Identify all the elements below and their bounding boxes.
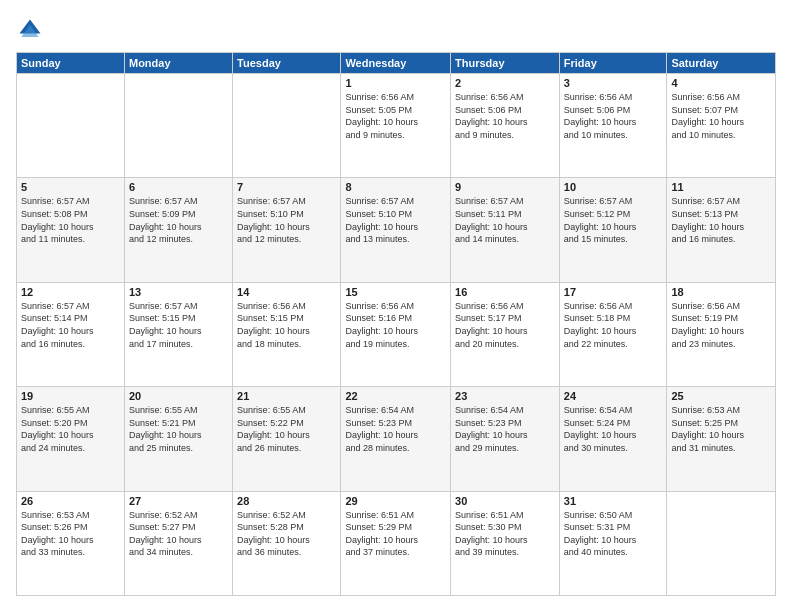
day-info: Sunrise: 6:57 AM Sunset: 5:08 PM Dayligh… <box>21 195 120 245</box>
weekday-sunday: Sunday <box>17 53 125 74</box>
day-number: 24 <box>564 390 663 402</box>
day-cell: 17Sunrise: 6:56 AM Sunset: 5:18 PM Dayli… <box>559 282 667 386</box>
day-number: 30 <box>455 495 555 507</box>
day-info: Sunrise: 6:56 AM Sunset: 5:06 PM Dayligh… <box>455 91 555 141</box>
day-info: Sunrise: 6:57 AM Sunset: 5:11 PM Dayligh… <box>455 195 555 245</box>
day-number: 21 <box>237 390 336 402</box>
day-info: Sunrise: 6:53 AM Sunset: 5:26 PM Dayligh… <box>21 509 120 559</box>
day-number: 20 <box>129 390 228 402</box>
day-cell: 21Sunrise: 6:55 AM Sunset: 5:22 PM Dayli… <box>233 387 341 491</box>
day-cell: 22Sunrise: 6:54 AM Sunset: 5:23 PM Dayli… <box>341 387 451 491</box>
day-cell: 28Sunrise: 6:52 AM Sunset: 5:28 PM Dayli… <box>233 491 341 595</box>
day-number: 7 <box>237 181 336 193</box>
logo <box>16 16 48 44</box>
day-cell: 3Sunrise: 6:56 AM Sunset: 5:06 PM Daylig… <box>559 74 667 178</box>
page: SundayMondayTuesdayWednesdayThursdayFrid… <box>0 0 792 612</box>
day-number: 4 <box>671 77 771 89</box>
day-info: Sunrise: 6:56 AM Sunset: 5:07 PM Dayligh… <box>671 91 771 141</box>
week-row-5: 26Sunrise: 6:53 AM Sunset: 5:26 PM Dayli… <box>17 491 776 595</box>
logo-icon <box>16 16 44 44</box>
day-cell: 11Sunrise: 6:57 AM Sunset: 5:13 PM Dayli… <box>667 178 776 282</box>
day-number: 29 <box>345 495 446 507</box>
day-info: Sunrise: 6:56 AM Sunset: 5:16 PM Dayligh… <box>345 300 446 350</box>
weekday-friday: Friday <box>559 53 667 74</box>
day-info: Sunrise: 6:57 AM Sunset: 5:10 PM Dayligh… <box>237 195 336 245</box>
day-number: 15 <box>345 286 446 298</box>
day-number: 8 <box>345 181 446 193</box>
day-cell: 19Sunrise: 6:55 AM Sunset: 5:20 PM Dayli… <box>17 387 125 491</box>
day-number: 27 <box>129 495 228 507</box>
day-info: Sunrise: 6:50 AM Sunset: 5:31 PM Dayligh… <box>564 509 663 559</box>
day-info: Sunrise: 6:56 AM Sunset: 5:18 PM Dayligh… <box>564 300 663 350</box>
day-info: Sunrise: 6:52 AM Sunset: 5:27 PM Dayligh… <box>129 509 228 559</box>
calendar-table: SundayMondayTuesdayWednesdayThursdayFrid… <box>16 52 776 596</box>
day-cell: 8Sunrise: 6:57 AM Sunset: 5:10 PM Daylig… <box>341 178 451 282</box>
day-cell: 14Sunrise: 6:56 AM Sunset: 5:15 PM Dayli… <box>233 282 341 386</box>
day-cell: 12Sunrise: 6:57 AM Sunset: 5:14 PM Dayli… <box>17 282 125 386</box>
day-info: Sunrise: 6:56 AM Sunset: 5:17 PM Dayligh… <box>455 300 555 350</box>
day-info: Sunrise: 6:56 AM Sunset: 5:19 PM Dayligh… <box>671 300 771 350</box>
day-info: Sunrise: 6:51 AM Sunset: 5:29 PM Dayligh… <box>345 509 446 559</box>
day-cell: 20Sunrise: 6:55 AM Sunset: 5:21 PM Dayli… <box>124 387 232 491</box>
day-cell: 5Sunrise: 6:57 AM Sunset: 5:08 PM Daylig… <box>17 178 125 282</box>
day-number: 26 <box>21 495 120 507</box>
day-info: Sunrise: 6:57 AM Sunset: 5:12 PM Dayligh… <box>564 195 663 245</box>
day-number: 10 <box>564 181 663 193</box>
day-cell <box>667 491 776 595</box>
day-cell <box>233 74 341 178</box>
weekday-monday: Monday <box>124 53 232 74</box>
day-cell <box>17 74 125 178</box>
day-number: 31 <box>564 495 663 507</box>
day-info: Sunrise: 6:57 AM Sunset: 5:15 PM Dayligh… <box>129 300 228 350</box>
day-number: 11 <box>671 181 771 193</box>
day-number: 3 <box>564 77 663 89</box>
day-info: Sunrise: 6:57 AM Sunset: 5:10 PM Dayligh… <box>345 195 446 245</box>
day-info: Sunrise: 6:53 AM Sunset: 5:25 PM Dayligh… <box>671 404 771 454</box>
weekday-tuesday: Tuesday <box>233 53 341 74</box>
day-info: Sunrise: 6:57 AM Sunset: 5:13 PM Dayligh… <box>671 195 771 245</box>
day-cell: 29Sunrise: 6:51 AM Sunset: 5:29 PM Dayli… <box>341 491 451 595</box>
day-number: 23 <box>455 390 555 402</box>
week-row-2: 5Sunrise: 6:57 AM Sunset: 5:08 PM Daylig… <box>17 178 776 282</box>
day-number: 28 <box>237 495 336 507</box>
day-cell: 15Sunrise: 6:56 AM Sunset: 5:16 PM Dayli… <box>341 282 451 386</box>
weekday-thursday: Thursday <box>451 53 560 74</box>
day-number: 1 <box>345 77 446 89</box>
day-number: 9 <box>455 181 555 193</box>
day-cell: 30Sunrise: 6:51 AM Sunset: 5:30 PM Dayli… <box>451 491 560 595</box>
day-info: Sunrise: 6:56 AM Sunset: 5:06 PM Dayligh… <box>564 91 663 141</box>
day-cell: 31Sunrise: 6:50 AM Sunset: 5:31 PM Dayli… <box>559 491 667 595</box>
day-cell: 27Sunrise: 6:52 AM Sunset: 5:27 PM Dayli… <box>124 491 232 595</box>
day-info: Sunrise: 6:56 AM Sunset: 5:05 PM Dayligh… <box>345 91 446 141</box>
week-row-1: 1Sunrise: 6:56 AM Sunset: 5:05 PM Daylig… <box>17 74 776 178</box>
day-cell: 26Sunrise: 6:53 AM Sunset: 5:26 PM Dayli… <box>17 491 125 595</box>
weekday-header-row: SundayMondayTuesdayWednesdayThursdayFrid… <box>17 53 776 74</box>
day-info: Sunrise: 6:55 AM Sunset: 5:21 PM Dayligh… <box>129 404 228 454</box>
day-number: 17 <box>564 286 663 298</box>
day-info: Sunrise: 6:52 AM Sunset: 5:28 PM Dayligh… <box>237 509 336 559</box>
day-cell: 1Sunrise: 6:56 AM Sunset: 5:05 PM Daylig… <box>341 74 451 178</box>
day-number: 19 <box>21 390 120 402</box>
day-cell: 25Sunrise: 6:53 AM Sunset: 5:25 PM Dayli… <box>667 387 776 491</box>
day-info: Sunrise: 6:55 AM Sunset: 5:20 PM Dayligh… <box>21 404 120 454</box>
weekday-saturday: Saturday <box>667 53 776 74</box>
day-number: 6 <box>129 181 228 193</box>
day-number: 12 <box>21 286 120 298</box>
day-cell: 13Sunrise: 6:57 AM Sunset: 5:15 PM Dayli… <box>124 282 232 386</box>
day-cell: 7Sunrise: 6:57 AM Sunset: 5:10 PM Daylig… <box>233 178 341 282</box>
day-info: Sunrise: 6:56 AM Sunset: 5:15 PM Dayligh… <box>237 300 336 350</box>
day-info: Sunrise: 6:54 AM Sunset: 5:23 PM Dayligh… <box>455 404 555 454</box>
header <box>16 16 776 44</box>
day-number: 2 <box>455 77 555 89</box>
day-number: 13 <box>129 286 228 298</box>
day-cell <box>124 74 232 178</box>
day-info: Sunrise: 6:55 AM Sunset: 5:22 PM Dayligh… <box>237 404 336 454</box>
day-info: Sunrise: 6:57 AM Sunset: 5:09 PM Dayligh… <box>129 195 228 245</box>
day-number: 25 <box>671 390 771 402</box>
week-row-3: 12Sunrise: 6:57 AM Sunset: 5:14 PM Dayli… <box>17 282 776 386</box>
day-cell: 9Sunrise: 6:57 AM Sunset: 5:11 PM Daylig… <box>451 178 560 282</box>
day-cell: 4Sunrise: 6:56 AM Sunset: 5:07 PM Daylig… <box>667 74 776 178</box>
day-info: Sunrise: 6:54 AM Sunset: 5:24 PM Dayligh… <box>564 404 663 454</box>
day-number: 16 <box>455 286 555 298</box>
week-row-4: 19Sunrise: 6:55 AM Sunset: 5:20 PM Dayli… <box>17 387 776 491</box>
